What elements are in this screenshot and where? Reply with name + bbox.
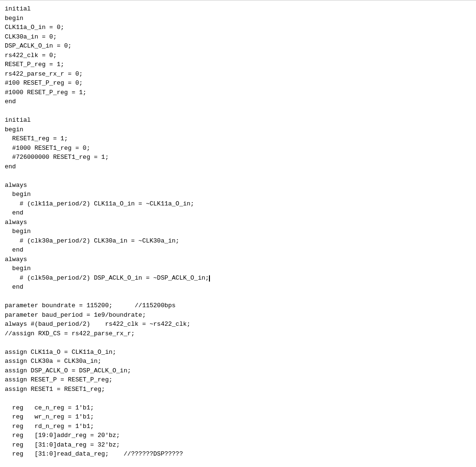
code-line: RESET1_reg = 1; (5, 134, 471, 144)
code-line: //assign RXD_CS = rs422_parse_rx_r; (5, 329, 471, 339)
code-line: #1000 RESET1_reg = 0; (5, 144, 471, 153)
code-line: assign DSP_ACLK_O = DSP_ACLK_O_in; (5, 366, 471, 376)
code-line: initial (5, 4, 471, 14)
code-line: # (clk11a_period/2) CLK11a_O_in = ~CLK11… (5, 199, 471, 209)
code-line: end (5, 282, 471, 292)
code-line: always (5, 181, 471, 190)
code-line: #1000 RESET_P_reg = 1; (5, 88, 471, 97)
code-line: reg [31:0]data_reg = 32'bz; (5, 440, 471, 450)
code-line: always (5, 255, 471, 264)
code-line: parameter boundrate = 115200; //115200bp… (5, 301, 471, 311)
code-line: assign RESET1 = RESET1_reg; (5, 385, 471, 394)
code-line: begin (5, 264, 471, 273)
code-line: reg [19:0]addr_reg = 20'bz; (5, 431, 471, 440)
code-line: reg rd_n_reg = 1'b1; (5, 422, 471, 431)
code-line: RESET_P_reg = 1; (5, 60, 471, 69)
code-line: begin (5, 227, 471, 236)
code-line: assign CLK11a_O = CLK11a_O_in; (5, 348, 471, 357)
code-line: DSP_ACLK_O_in = 0; (5, 41, 471, 51)
code-line (5, 107, 471, 116)
code-line: CLK11a_O_in = 0; (5, 23, 471, 32)
code-line: CLK30a_in = 0; (5, 32, 471, 42)
code-line: # (clk30a_period/2) CLK30a_in = ~CLK30a_… (5, 236, 471, 246)
code-line: always #(baud_period/2) rs422_clk = ~rs4… (5, 320, 471, 329)
code-line: end (5, 245, 471, 255)
code-line: end (5, 208, 471, 218)
code-line: reg [31:0]read_data_reg; //??????DSP????… (5, 449, 471, 459)
code-line: assign RESET_P = RESET_P_reg; (5, 375, 471, 385)
code-line: end (5, 162, 471, 172)
code-line (5, 338, 471, 348)
code-editor: initialbeginCLK11a_O_in = 0;CLK30a_in = … (0, 0, 476, 463)
code-line: # (clk50a_period/2) DSP_ACLK_O_in = ~DSP… (5, 273, 471, 283)
code-line: parameter baud_period = 1e9/boundrate; (5, 311, 471, 320)
code-line: rs422_parse_rx_r = 0; (5, 69, 471, 79)
code-line: begin (5, 14, 471, 23)
code-line: rs422_clk = 0; (5, 51, 471, 60)
code-line: #726000000 RESET1_reg = 1; (5, 153, 471, 162)
code-line: initial (5, 116, 471, 125)
code-line (5, 292, 471, 302)
code-line (5, 394, 471, 403)
code-line: #100 RESET_P_reg = 0; (5, 78, 471, 88)
code-line: end (5, 97, 471, 107)
code-line: reg wr_n_reg = 1'b1; (5, 412, 471, 422)
code-line (5, 171, 471, 181)
text-cursor (209, 275, 210, 282)
code-line: assign CLK30a = CLK30a_in; (5, 357, 471, 366)
code-line: begin (5, 125, 471, 135)
code-line: always (5, 218, 471, 227)
code-line: begin (5, 190, 471, 199)
code-line: reg ce_n_reg = 1'b1; (5, 403, 471, 413)
